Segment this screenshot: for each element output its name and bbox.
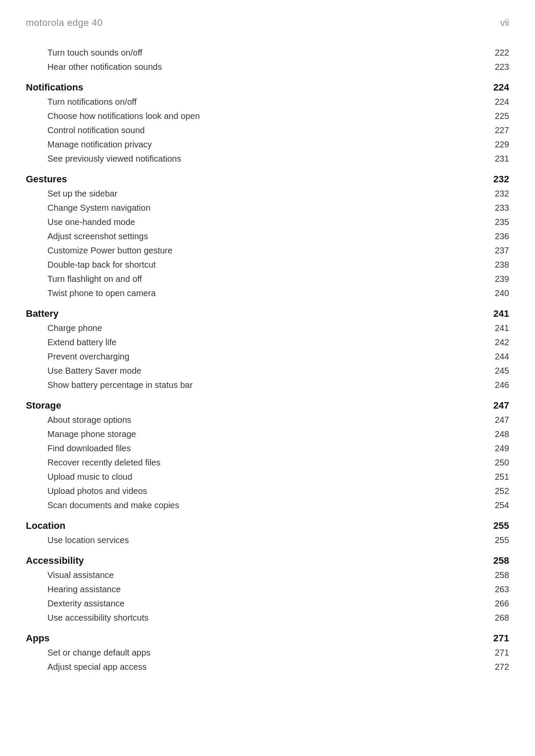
category-page-apps: 271 <box>483 633 509 644</box>
toc-item-page: 244 <box>483 352 509 362</box>
section-apps: Apps271Set or change default apps271Adju… <box>26 633 509 674</box>
category-page-gestures: 232 <box>483 174 509 185</box>
toc-item-page: 252 <box>483 486 509 496</box>
toc-item-label: Find downloaded files <box>47 444 483 453</box>
toc-item: Set or change default apps271 <box>26 646 509 660</box>
toc-item-label: Upload music to cloud <box>47 472 483 482</box>
toc-item-page: 236 <box>483 231 509 241</box>
toc-item-label: Use location services <box>47 535 483 545</box>
toc-item-label: Upload photos and videos <box>47 486 483 496</box>
toc-item-page: 222 <box>483 48 509 58</box>
toc-item-page: 239 <box>483 274 509 284</box>
toc-item-label: Show battery percentage in status bar <box>47 380 483 390</box>
toc-item-page: 266 <box>483 599 509 609</box>
toc-item: Upload photos and videos252 <box>26 484 509 498</box>
toc-item-label: Use accessibility shortcuts <box>47 613 483 623</box>
category-label-battery: Battery <box>26 308 59 319</box>
toc-item: Recover recently deleted files250 <box>26 456 509 470</box>
toc-item-page: 246 <box>483 380 509 390</box>
toc-item-label: Hearing assistance <box>47 584 483 594</box>
toc-item-page: 245 <box>483 366 509 376</box>
category-battery: Battery241 <box>26 308 509 319</box>
category-page-accessibility: 258 <box>483 555 509 566</box>
toc-item-page: 268 <box>483 613 509 623</box>
toc-item-page: 258 <box>483 570 509 580</box>
toc-item-label: Charge phone <box>47 323 483 333</box>
toc-item-label: Double-tap back for shortcut <box>47 260 483 270</box>
category-label-notifications: Notifications <box>26 82 83 93</box>
toc-item-page: 247 <box>483 415 509 425</box>
toc-item-label: Manage notification privacy <box>47 140 483 150</box>
toc-item: Extend battery life242 <box>26 335 509 350</box>
toc-item-label: Adjust screenshot settings <box>47 231 483 241</box>
category-label-storage: Storage <box>26 400 61 411</box>
toc-item-label: Set or change default apps <box>47 648 483 658</box>
category-label-apps: Apps <box>26 633 50 644</box>
toc-item: Control notification sound227 <box>26 123 509 137</box>
toc-item: Use location services255 <box>26 533 509 547</box>
section-accessibility: Accessibility258Visual assistance258Hear… <box>26 555 509 625</box>
toc-item-page: 233 <box>483 203 509 213</box>
toc-item-label: Use one-handed mode <box>47 217 483 227</box>
toc-item-page: 238 <box>483 260 509 270</box>
category-page-location: 255 <box>483 520 509 531</box>
toc-item-label: Turn notifications on/off <box>47 97 483 107</box>
toc-item-page: 232 <box>483 189 509 199</box>
toc-item: Show battery percentage in status bar246 <box>26 378 509 392</box>
toc-item: Use Battery Saver mode245 <box>26 364 509 378</box>
toc-item: Customize Power button gesture237 <box>26 244 509 258</box>
category-label-location: Location <box>26 520 66 531</box>
toc-item-page: 271 <box>483 648 509 658</box>
section-gestures: Gestures232Set up the sidebar232Change S… <box>26 174 509 300</box>
toc-item: Adjust special app access272 <box>26 660 509 674</box>
toc-item: About storage options247 <box>26 413 509 427</box>
toc-item-page: 263 <box>483 584 509 594</box>
toc-item-label: Dexterity assistance <box>47 599 483 609</box>
toc-item: Choose how notifications look and open22… <box>26 109 509 123</box>
toc-item-label: Choose how notifications look and open <box>47 111 483 121</box>
toc-container: Turn touch sounds on/off222Hear other no… <box>26 46 509 674</box>
toc-item: Set up the sidebar232 <box>26 187 509 201</box>
category-accessibility: Accessibility258 <box>26 555 509 566</box>
toc-item-label: Manage phone storage <box>47 429 483 439</box>
toc-item-label: Control notification sound <box>47 125 483 135</box>
toc-item: Find downloaded files249 <box>26 441 509 456</box>
toc-item-label: See previously viewed notifications <box>47 154 483 164</box>
toc-item-page: 223 <box>483 62 509 72</box>
toc-item: Double-tap back for shortcut238 <box>26 258 509 272</box>
toc-item-label: Hear other notification sounds <box>47 62 483 72</box>
toc-item: Manage notification privacy229 <box>26 137 509 152</box>
toc-item-page: 240 <box>483 288 509 298</box>
toc-item-page: 231 <box>483 154 509 164</box>
category-label-accessibility: Accessibility <box>26 555 84 566</box>
toc-item-page: 249 <box>483 444 509 453</box>
toc-item: Hear other notification sounds223 <box>26 60 509 74</box>
toc-item-label: Extend battery life <box>47 337 483 347</box>
toc-item-page: 254 <box>483 500 509 510</box>
toc-item-label: Scan documents and make copies <box>47 500 483 510</box>
toc-item-label: Recover recently deleted files <box>47 458 483 468</box>
toc-item-page: 248 <box>483 429 509 439</box>
toc-item: Adjust screenshot settings236 <box>26 229 509 244</box>
category-notifications: Notifications224 <box>26 82 509 93</box>
toc-item-label: Turn flashlight on and off <box>47 274 483 284</box>
toc-item: Scan documents and make copies254 <box>26 498 509 512</box>
book-title: motorola edge 40 <box>26 17 103 28</box>
toc-item: Charge phone241 <box>26 321 509 335</box>
category-label-gestures: Gestures <box>26 174 67 185</box>
toc-item: See previously viewed notifications231 <box>26 152 509 166</box>
category-location: Location255 <box>26 520 509 531</box>
toc-item-label: Visual assistance <box>47 570 483 580</box>
toc-item: Change System navigation233 <box>26 201 509 215</box>
page-number: vii <box>500 17 509 28</box>
toc-item-page: 229 <box>483 140 509 150</box>
toc-item-page: 272 <box>483 662 509 672</box>
section-storage: Storage247About storage options247Manage… <box>26 400 509 512</box>
toc-item: Turn notifications on/off224 <box>26 95 509 109</box>
toc-item-page: 225 <box>483 111 509 121</box>
toc-item: Use accessibility shortcuts268 <box>26 611 509 625</box>
toc-item-label: Twist phone to open camera <box>47 288 483 298</box>
section-pre-items: Turn touch sounds on/off222Hear other no… <box>26 46 509 74</box>
toc-item: Twist phone to open camera240 <box>26 286 509 300</box>
toc-item: Dexterity assistance266 <box>26 597 509 611</box>
